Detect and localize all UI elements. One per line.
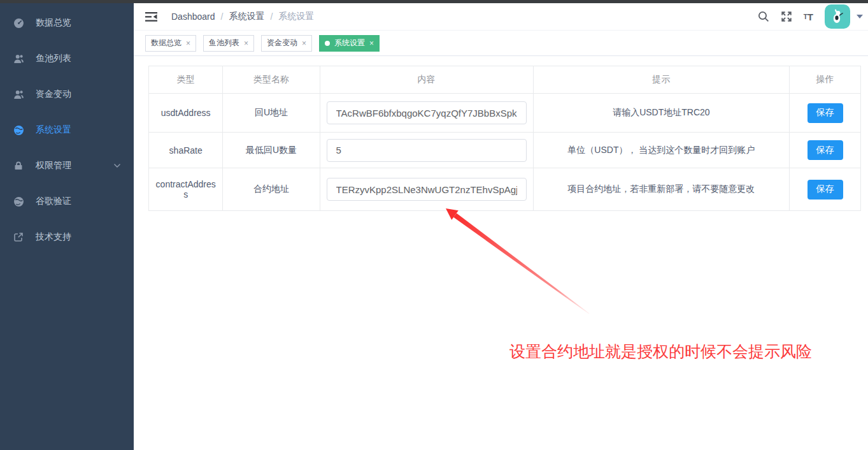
external-link-icon <box>13 231 24 243</box>
chevron-down-icon <box>113 163 121 168</box>
close-icon[interactable]: × <box>186 40 190 47</box>
users-icon <box>13 53 24 64</box>
tag-pool-list[interactable]: 鱼池列表 × <box>203 35 254 52</box>
globe-icon <box>13 196 24 207</box>
dashboard-icon <box>13 17 24 29</box>
table-row: contractAddress 合约地址 项目合约地址，若非重新部署，请不要随意… <box>149 168 861 211</box>
col-header-type: 类型 <box>149 66 223 94</box>
settings-table: 类型 类型名称 内容 提示 操作 usdtAddress 回U地址 请输入USD… <box>148 66 861 211</box>
cell-hint: 单位（USDT）， 当达到这个数量时才回到账户 <box>533 133 790 168</box>
tag-label: 资金变动 <box>267 38 297 48</box>
search-icon[interactable] <box>758 11 769 22</box>
top-strip <box>0 0 868 3</box>
cell-type-name: 最低回U数量 <box>223 133 320 168</box>
col-header-type-name: 类型名称 <box>223 66 320 94</box>
header-actions: TT <box>758 4 868 29</box>
sidebar-item-system-settings[interactable]: 系统设置 <box>0 112 134 148</box>
breadcrumb-separator: / <box>221 11 224 22</box>
cell-type: contractAddress <box>149 168 223 211</box>
avatar[interactable] <box>825 4 850 29</box>
sidebar-menu: 数据总览 鱼池列表 资金变动 系统设置 <box>0 0 134 255</box>
sidebar-item-label: 权限管理 <box>36 160 71 171</box>
cell-hint: 请输入USDT地址TRC20 <box>533 94 790 133</box>
table-row: usdtAddress 回U地址 请输入USDT地址TRC20 保存 <box>149 94 861 133</box>
active-dot <box>325 41 330 46</box>
sidebar-item-data-overview[interactable]: 数据总览 <box>0 5 134 41</box>
cell-type-name: 合约地址 <box>223 168 320 211</box>
caret-down-icon[interactable] <box>857 15 863 18</box>
close-icon[interactable]: × <box>244 40 248 47</box>
sidebar-item-label: 资金变动 <box>36 89 71 100</box>
cell-type-name: 回U地址 <box>223 94 320 133</box>
col-header-action: 操作 <box>790 66 861 94</box>
globe-icon <box>13 124 24 136</box>
cell-type: usdtAddress <box>149 94 223 133</box>
sidebar-item-google-verify[interactable]: 谷歌验证 <box>0 184 134 219</box>
save-button[interactable]: 保存 <box>808 140 843 160</box>
sidebar-item-tech-support[interactable]: 技术支持 <box>0 219 134 255</box>
sidebar-item-permissions[interactable]: 权限管理 <box>0 148 134 184</box>
tag-label: 数据总览 <box>151 38 181 48</box>
sidebar-item-label: 鱼池列表 <box>36 53 71 64</box>
tag-data-overview[interactable]: 数据总览 × <box>145 35 196 52</box>
sidebar-item-funds-change[interactable]: 资金变动 <box>0 76 134 112</box>
menu-fold-icon[interactable] <box>145 11 157 22</box>
tags-view: 数据总览 × 鱼池列表 × 资金变动 × 系统设置 × <box>134 31 868 56</box>
users-icon <box>13 89 24 100</box>
usdt-address-input[interactable] <box>327 101 527 124</box>
fullscreen-icon[interactable] <box>781 11 792 22</box>
sidebar-item-label: 数据总览 <box>36 17 71 29</box>
tag-label: 鱼池列表 <box>209 38 239 48</box>
contract-address-input[interactable] <box>327 178 527 201</box>
lock-icon <box>13 160 24 171</box>
save-button[interactable]: 保存 <box>808 180 843 200</box>
col-header-hint: 提示 <box>533 66 790 94</box>
header: Dashboard / 系统设置 / 系统设置 TT <box>134 3 868 31</box>
sidebar-item-label: 系统设置 <box>36 124 71 136</box>
tag-label: 系统设置 <box>334 38 365 48</box>
breadcrumb: Dashboard / 系统设置 / 系统设置 <box>171 11 314 22</box>
breadcrumb-dashboard[interactable]: Dashboard <box>171 11 215 22</box>
sidebar-item-label: 谷歌验证 <box>36 196 71 207</box>
breadcrumb-current: 系统设置 <box>278 11 314 22</box>
close-icon[interactable]: × <box>302 40 306 47</box>
sha-rate-input[interactable] <box>327 139 527 162</box>
save-button[interactable]: 保存 <box>808 103 843 123</box>
sidebar-item-label: 技术支持 <box>36 231 71 243</box>
cell-hint: 项目合约地址，若非重新部署，请不要随意更改 <box>533 168 790 211</box>
font-size-icon[interactable]: TT <box>804 11 813 22</box>
cell-type: shaRate <box>149 133 223 168</box>
tag-funds-change[interactable]: 资金变动 × <box>261 35 312 52</box>
breadcrumb-system-settings[interactable]: 系统设置 <box>229 11 264 22</box>
table-row: shaRate 最低回U数量 单位（USDT）， 当达到这个数量时才回到账户 保… <box>149 133 861 168</box>
annotation-text: 设置合约地址就是授权的时候不会提示风险 <box>509 341 812 362</box>
table-header-row: 类型 类型名称 内容 提示 操作 <box>149 66 861 94</box>
close-icon[interactable]: × <box>369 40 374 47</box>
app-root: 数据总览 鱼池列表 资金变动 系统设置 <box>0 0 868 450</box>
sidebar: 数据总览 鱼池列表 资金变动 系统设置 <box>0 0 134 450</box>
col-header-content: 内容 <box>320 66 533 94</box>
sidebar-item-pool-list[interactable]: 鱼池列表 <box>0 41 134 76</box>
tag-system-settings[interactable]: 系统设置 × <box>319 35 380 52</box>
breadcrumb-separator: / <box>270 11 273 22</box>
